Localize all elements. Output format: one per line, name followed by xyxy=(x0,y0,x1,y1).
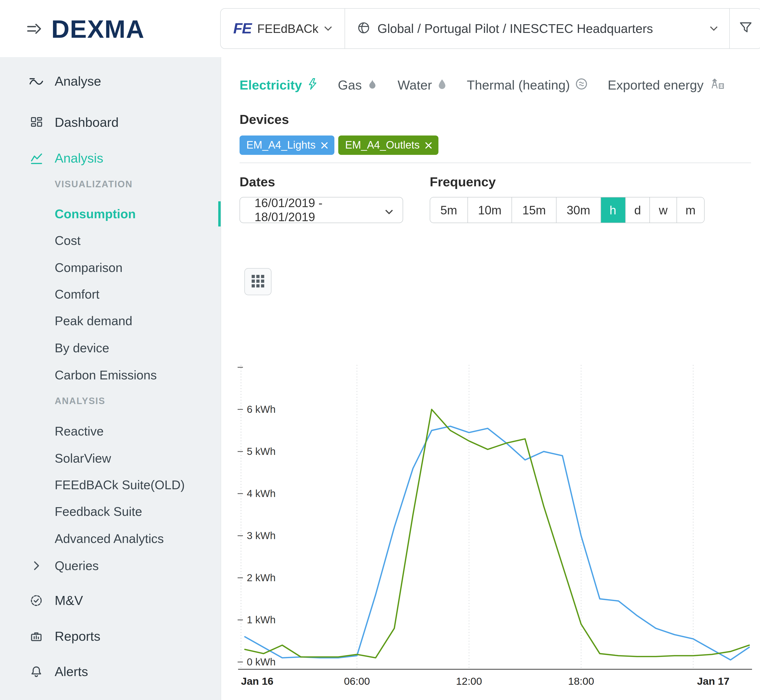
y-tick-label: 4 kWh xyxy=(247,488,275,499)
dexma-logo: DEXMA xyxy=(51,14,145,44)
sidebar-item-mv[interactable]: M&V xyxy=(0,591,220,610)
site-selector[interactable]: Global / Portugal Pilot / INESCTEC Headq… xyxy=(345,9,730,48)
breadcrumb: Global / Portugal Pilot / INESCTEC Headq… xyxy=(377,21,653,36)
sidebar-item-reports[interactable]: Reports xyxy=(0,627,220,646)
frequency-option-h[interactable]: h xyxy=(600,197,625,223)
date-range-select[interactable]: 16/01/2019 - 18/01/2019 xyxy=(239,197,403,223)
remove-device-icon[interactable] xyxy=(425,142,432,148)
sidebar-item-feedback-suite[interactable]: Feedback Suite xyxy=(0,502,220,521)
app-selector[interactable]: FE FEEdBACk xyxy=(220,9,345,48)
analyse-wave-icon xyxy=(28,75,45,87)
sidebar-item-solarview[interactable]: SolarView xyxy=(0,448,220,468)
chevron-right-icon xyxy=(28,561,45,570)
y-tick-label: 5 kWh xyxy=(247,446,275,457)
gas-flame-icon xyxy=(367,78,377,93)
sidebar-item-carbon-emissions[interactable]: Carbon Emissions xyxy=(0,366,220,385)
dexma-app: DEXMA FE FEEdBACk Global / Portugal Pilo… xyxy=(0,0,760,700)
dates-label: Dates xyxy=(239,175,275,190)
frequency-option-10m[interactable]: 10m xyxy=(467,197,511,223)
sidebar-item-analysis[interactable]: Analysis xyxy=(0,148,220,168)
thermal-heating-icon xyxy=(575,78,587,93)
y-tick-label: 0 kWh xyxy=(247,656,275,667)
electricity-bolt-icon xyxy=(307,78,317,93)
sidebar-item-feedback-suite-old[interactable]: FEEdBACk Suite(OLD) xyxy=(0,475,220,495)
device-chip-outlets[interactable]: EM_A4_Outlets xyxy=(338,136,438,155)
sidebar-item-advanced-analytics[interactable]: Advanced Analytics xyxy=(0,529,220,548)
sidebar-item-cost[interactable]: Cost xyxy=(0,231,220,250)
exported-energy-pylon-icon xyxy=(709,77,724,94)
sidebar-item-comparison[interactable]: Comparison xyxy=(0,258,220,277)
sidebar-item-comfort[interactable]: Comfort xyxy=(0,284,220,304)
main-content: Electricity Gas Water xyxy=(222,57,760,700)
sidebar-section-analysis: ANALYSIS xyxy=(55,396,105,406)
tab-gas[interactable]: Gas xyxy=(338,78,377,93)
sidebar-item-by-device[interactable]: By device xyxy=(0,338,220,358)
mv-check-circle-icon xyxy=(28,594,45,607)
sidebar-item-reactive[interactable]: Reactive xyxy=(0,422,220,441)
device-chip-lights[interactable]: EM_A4_Lights xyxy=(239,136,335,155)
analysis-chart-icon xyxy=(28,152,45,164)
water-droplet-icon xyxy=(437,78,446,93)
feedback-app-logo: FE xyxy=(233,20,252,37)
sidebar-item-peak-demand[interactable]: Peak demand xyxy=(0,311,220,331)
series-line-EM_A4_Outlets xyxy=(245,409,749,658)
header-selectors: FE FEEdBACk Global / Portugal Pilot / IN… xyxy=(220,8,760,49)
filter-icon xyxy=(740,22,752,35)
top-bar: DEXMA FE FEEdBACk Global / Portugal Pilo… xyxy=(0,0,760,57)
frequency-option-30m[interactable]: 30m xyxy=(556,197,600,223)
sidebar-section-visualization: VISUALIZATION xyxy=(55,179,133,190)
x-tick-label: 12:00 xyxy=(456,675,482,687)
y-tick-label: 1 kWh xyxy=(247,614,275,625)
filter-button[interactable] xyxy=(730,9,760,48)
chevron-down-icon xyxy=(385,203,393,217)
y-tick-label: 2 kWh xyxy=(247,572,275,583)
series-line-EM_A4_Lights xyxy=(245,427,749,660)
tab-electricity[interactable]: Electricity xyxy=(239,78,317,93)
tab-exported-energy[interactable]: Exported energy xyxy=(608,77,724,94)
frequency-option-d[interactable]: d xyxy=(625,197,650,223)
devices-label: Devices xyxy=(239,112,289,127)
frequency-option-15m[interactable]: 15m xyxy=(512,197,556,223)
devices-field[interactable]: EM_A4_Lights EM_A4_Outlets xyxy=(239,136,751,163)
remove-device-icon[interactable] xyxy=(321,142,328,148)
tab-water[interactable]: Water xyxy=(397,78,446,93)
sidebar-item-dashboard[interactable]: Dashboard xyxy=(0,113,220,132)
sidebar-item-queries[interactable]: Queries xyxy=(0,556,220,575)
active-item-indicator xyxy=(218,201,220,227)
frequency-option-5m[interactable]: 5m xyxy=(430,197,467,223)
chevron-down-icon xyxy=(710,24,718,33)
frequency-selector: 5m 10m 15m 30m h d w m xyxy=(430,197,705,223)
y-tick-label: 6 kWh xyxy=(247,403,275,415)
sidebar-toggle-icon[interactable] xyxy=(26,22,44,36)
frequency-option-m[interactable]: m xyxy=(676,197,704,223)
y-tick-label: 3 kWh xyxy=(247,530,275,541)
x-tick-label: 06:00 xyxy=(344,675,370,687)
app-selector-label: FEEdBACk xyxy=(257,22,318,36)
table-view-button[interactable] xyxy=(244,268,272,295)
frequency-label: Frequency xyxy=(430,175,496,190)
sidebar-item-alerts[interactable]: Alerts xyxy=(0,662,220,681)
frequency-option-w[interactable]: w xyxy=(650,197,676,223)
sidebar-item-consumption[interactable]: Consumption xyxy=(0,204,220,223)
x-tick-label: 18:00 xyxy=(568,675,594,687)
sidebar-item-analyse[interactable]: Analyse xyxy=(0,72,220,91)
consumption-chart: Jan 1606:0012:0018:00Jan 170 kWh1 kWh2 k… xyxy=(236,358,754,692)
x-tick-label: Jan 16 xyxy=(241,675,274,687)
table-grid-icon xyxy=(252,275,264,289)
sidebar: Analyse Dashboard Analysis VISUALIZATION… xyxy=(0,57,221,700)
date-range-value: 16/01/2019 - 18/01/2019 xyxy=(255,196,385,224)
x-tick-label: Jan 17 xyxy=(697,675,730,687)
alerts-bell-icon xyxy=(28,666,45,678)
reports-briefcase-icon xyxy=(28,630,45,643)
chevron-down-icon xyxy=(324,24,332,33)
dashboard-icon xyxy=(28,116,45,128)
energy-type-tabs: Electricity Gas Water xyxy=(239,77,724,94)
tab-thermal-heating[interactable]: Thermal (heating) xyxy=(467,78,587,93)
globe-icon xyxy=(358,22,370,36)
